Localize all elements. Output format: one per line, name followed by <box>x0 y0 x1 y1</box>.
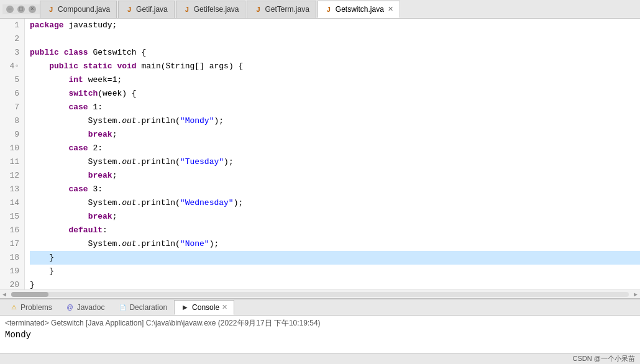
tab-label: Compound.java <box>58 5 110 14</box>
javadoc-icon: @ <box>66 303 75 312</box>
code-line-4: public static void main(String[] args) { <box>30 60 640 73</box>
bottom-tab-label: Javadoc <box>77 303 105 312</box>
code-line-7: case 1: <box>30 101 640 114</box>
code-line-1: package javastudy; <box>30 19 640 32</box>
code-line-2 <box>30 32 640 46</box>
code-line-12: break; <box>30 169 640 183</box>
terminated-text: <terminated> Getswitch [Java Application… <box>5 318 635 329</box>
code-line-13: case 3: <box>30 183 640 196</box>
bottom-tab-javadoc[interactable]: @ Javadoc <box>59 300 112 315</box>
horizontal-scrollbar[interactable]: ◀ ▶ <box>0 289 640 298</box>
line-number: 14 <box>5 196 19 210</box>
problems-icon: ⚠ <box>9 303 18 312</box>
bottom-tab-bar: ⚠ Problems @ Javadoc 📄 Declaration ▶ Con… <box>0 299 640 316</box>
line-number: 2 <box>5 32 19 46</box>
status-bar: CSDN @一个小呆苗 <box>0 353 640 364</box>
tab-bar: — □ × J Compound.java J Getif.java J Get… <box>0 0 640 19</box>
editor-area: 1 2 3 4◦ 5 6 7 8 9 10 11 12 13 14 15 16 … <box>0 19 640 289</box>
tab-getif[interactable]: J Getif.java <box>118 1 175 18</box>
bottom-tab-label: Console <box>192 303 219 312</box>
bottom-tab-declaration[interactable]: 📄 Declaration <box>111 300 174 315</box>
line-number: 4◦ <box>5 60 19 73</box>
console-icon: ▶ <box>181 303 190 312</box>
window-controls: — □ × <box>2 4 40 14</box>
code-line-16: default: <box>30 224 640 237</box>
tab-getterm[interactable]: J GetTerm.java <box>247 1 316 18</box>
code-line-19: } <box>30 265 640 278</box>
java-file-icon: J <box>47 5 55 14</box>
java-file-icon: J <box>324 5 333 14</box>
tab-close-button[interactable]: ✕ <box>388 5 393 13</box>
code-line-15: break; <box>30 210 640 224</box>
line-number: 17 <box>5 237 19 251</box>
line-number: 6 <box>5 87 19 101</box>
code-line-3: public class Getswitch { <box>30 46 640 60</box>
bottom-tab-problems[interactable]: ⚠ Problems <box>2 300 59 315</box>
tab-label: GetTerm.java <box>265 5 309 14</box>
declaration-icon: 📄 <box>118 303 127 312</box>
line-number: 13 <box>5 183 19 196</box>
tab-label: Getswitch.java <box>336 5 384 14</box>
code-line-10: case 2: <box>30 142 640 155</box>
tab-label: Getif.java <box>136 5 168 14</box>
code-line-11: System.out.println("Tuesday"); <box>30 155 640 169</box>
line-numbers: 1 2 3 4◦ 5 6 7 8 9 10 11 12 13 14 15 16 … <box>0 19 25 289</box>
line-number: 8 <box>5 114 19 128</box>
close-button[interactable]: × <box>29 6 36 13</box>
java-file-icon: J <box>183 5 191 14</box>
line-number: 7 <box>5 101 19 114</box>
line-number: 9 <box>5 128 19 142</box>
tab-label: Getifelse.java <box>194 5 239 14</box>
code-line-8: System.out.println("Mondy"); <box>30 114 640 128</box>
line-number: 1 <box>5 19 19 32</box>
minimize-button[interactable]: — <box>6 6 14 13</box>
tab-getswitch[interactable]: J Getswitch.java ✕ <box>318 1 400 18</box>
line-number: 18 <box>5 251 19 265</box>
tab-getifelse[interactable]: J Getifelse.java <box>176 1 246 18</box>
line-number: 3 <box>5 46 19 60</box>
code-line-17: System.out.println("None"); <box>30 237 640 251</box>
tab-compound[interactable]: J Compound.java <box>40 1 117 18</box>
status-text: CSDN @一个小呆苗 <box>573 354 635 363</box>
line-number: 16 <box>5 224 19 237</box>
code-line-20: } <box>30 278 640 289</box>
bottom-tab-console[interactable]: ▶ Console ✕ <box>174 300 234 315</box>
line-number: 5 <box>5 73 19 87</box>
line-number: 19 <box>5 265 19 278</box>
scrollbar-track[interactable] <box>11 292 629 297</box>
maximize-button[interactable]: □ <box>17 6 25 13</box>
bottom-panel: ⚠ Problems @ Javadoc 📄 Declaration ▶ Con… <box>0 298 640 353</box>
line-number: 12 <box>5 169 19 183</box>
code-line-5: int week=1; <box>30 73 640 87</box>
java-file-icon: J <box>125 5 134 14</box>
code-line-18: } <box>30 251 640 265</box>
code-editor[interactable]: package javastudy; public class Getswitc… <box>25 19 640 289</box>
code-line-9: break; <box>30 128 640 142</box>
line-number: 15 <box>5 210 19 224</box>
bottom-tab-label: Declaration <box>129 303 167 312</box>
console-output-area: <terminated> Getswitch [Java Application… <box>0 316 640 353</box>
line-number: 11 <box>5 155 19 169</box>
line-number: 10 <box>5 142 19 155</box>
code-line-6: switch(week) { <box>30 87 640 101</box>
java-file-icon: J <box>254 5 262 14</box>
console-close-icon[interactable]: ✕ <box>222 303 227 311</box>
code-line-14: System.out.println("Wednesday"); <box>30 196 640 210</box>
bottom-tab-label: Problems <box>21 303 52 312</box>
console-output-text: Mondy <box>5 330 635 340</box>
